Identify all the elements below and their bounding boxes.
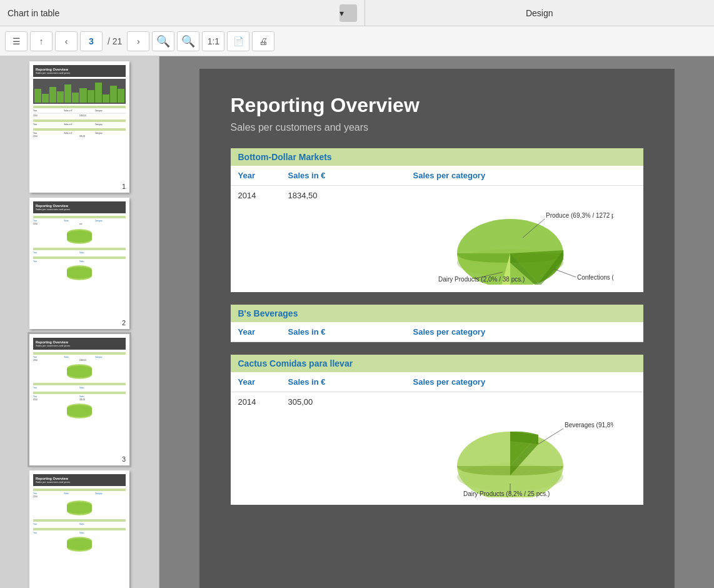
export-button[interactable]: 📄 — [227, 31, 249, 51]
left-panel-thumbnails: Reporting Overview Sales per customers a… — [0, 56, 159, 588]
col-sales-2: Sales in € — [288, 327, 413, 337]
chart-bottom-dollar-2014: Produce (69,3% / 1272 pcs.) Dairy Produc… — [413, 191, 636, 287]
col-headers-1: Year Sales in € Sales per category — [231, 166, 643, 186]
document-page: Reporting Overview Sales per customers a… — [199, 69, 675, 588]
nav-bar: ☰ ↑ ‹ / 21 › 🔍 🔍 1:1 📄 🖨 — [0, 26, 714, 56]
svg-line-6 — [554, 269, 576, 277]
thumbnail-3[interactable]: Reporting Overview Sales per customers a… — [29, 334, 129, 465]
up-icon: ↑ — [39, 36, 44, 46]
thumbnail-2[interactable]: Reporting Overview Sales per customers a… — [29, 198, 129, 329]
up-button[interactable]: ↑ — [30, 31, 53, 51]
section-bs-beverages: B's Beverages Year Sales in € Sales per … — [231, 305, 643, 342]
col-year-1: Year — [238, 171, 288, 180]
svg-text:Produce (69,3% / 1272 pcs.): Produce (69,3% / 1272 pcs.) — [546, 212, 613, 219]
total-pages: / 21 — [105, 36, 124, 46]
col-year-2: Year — [238, 327, 288, 337]
print-button[interactable]: 🖨 — [252, 31, 274, 51]
section-table-bottom-dollar: Year Sales in € Sales per category 2014 … — [231, 166, 643, 292]
section-header-bs-beverages: B's Beverages — [231, 305, 643, 322]
data-row-bottom-dollar-2014: 2014 1834,50 — [231, 186, 643, 292]
page-number-input[interactable] — [80, 31, 103, 51]
col-category-1: Sales per category — [413, 171, 636, 180]
zoom-out-icon: 🔍 — [181, 34, 195, 48]
zoom-in-icon: 🔍 — [156, 34, 170, 48]
main-area: Reporting Overview Sales per customers a… — [0, 56, 714, 588]
col-sales-3: Sales in € — [288, 377, 413, 387]
section-bottom-dollar: Bottom-Dollar Markets Year Sales in € Sa… — [231, 148, 643, 292]
document-view: Reporting Overview Sales per customers a… — [159, 56, 714, 588]
section-table-cactus: Year Sales in € Sales per category 2014 … — [231, 372, 643, 505]
col-year-3: Year — [238, 377, 288, 387]
thumb-number-3: 3 — [122, 455, 126, 463]
pie-chart-1: Produce (69,3% / 1272 pcs.) Dairy Produc… — [413, 191, 613, 285]
design-label: Design — [526, 8, 553, 18]
col-headers-3: Year Sales in € Sales per category — [231, 372, 643, 392]
zoom-in-button[interactable]: 🔍 — [152, 31, 174, 51]
chart-in-table-label: Chart in table — [8, 8, 339, 18]
col-headers-2: Year Sales in € Sales per category — [231, 322, 643, 342]
dropdown-icon: ▾ — [339, 8, 357, 18]
menu-button[interactable]: ☰ — [5, 31, 28, 51]
prev-icon: ‹ — [65, 36, 68, 46]
document-subtitle: Sales per customers and years — [231, 122, 643, 133]
thumbnail-1[interactable]: Reporting Overview Sales per customers a… — [29, 61, 129, 193]
col-sales-1: Sales in € — [288, 171, 413, 180]
thumb-number-2: 2 — [122, 319, 126, 327]
section-cactus: Cactus Comidas para llevar Year Sales in… — [231, 355, 643, 505]
svg-line-10 — [538, 428, 563, 444]
sales-cactus-2014: 305,00 — [288, 397, 413, 407]
next-icon: › — [137, 36, 140, 46]
data-row-cactus-2014: 2014 305,00 — [231, 392, 643, 505]
col-category-2: Sales per category — [413, 327, 636, 337]
col-category-3: Sales per category — [413, 377, 636, 387]
section-header-cactus: Cactus Comidas para llevar — [231, 355, 643, 372]
dropdown-button[interactable]: ▾ — [339, 4, 357, 22]
menu-icon: ☰ — [13, 36, 21, 46]
export-icon: 📄 — [233, 36, 244, 46]
top-toolbar: Chart in table ▾ Design — [0, 0, 714, 26]
year-bottom-dollar-2014: 2014 — [238, 191, 288, 200]
document-title: Reporting Overview — [231, 94, 643, 117]
sales-bottom-dollar-2014: 1834,50 — [288, 191, 413, 200]
svg-text:Dairy Products (2,0% / 38 pcs.: Dairy Products (2,0% / 38 pcs.) — [438, 276, 525, 283]
zoom-reset-button[interactable]: 1:1 — [202, 31, 224, 51]
prev-page-button[interactable]: ‹ — [55, 31, 78, 51]
svg-text:Dairy Products (8,2% / 25 pcs.: Dairy Products (8,2% / 25 pcs.) — [463, 490, 550, 497]
next-page-button[interactable]: › — [127, 31, 149, 51]
year-cactus-2014: 2014 — [238, 397, 288, 407]
pie-chart-2: Beverages (91,8% / 280 pcs.) Dairy Produ… — [413, 397, 613, 497]
toolbar-right: Design — [365, 0, 715, 26]
zoom-reset-label: 1:1 — [208, 36, 219, 46]
thumb-number-1: 1 — [122, 183, 126, 190]
section-table-bs-beverages: Year Sales in € Sales per category — [231, 322, 643, 342]
svg-text:Confections  (28,6% / 525 pcs.: Confections (28,6% / 525 pcs.) — [577, 274, 613, 281]
toolbar-left: Chart in table ▾ — [0, 0, 365, 26]
section-header-bottom-dollar: Bottom-Dollar Markets — [231, 148, 643, 166]
svg-text:Beverages (91,8% / 280 pcs.): Beverages (91,8% / 280 pcs.) — [565, 422, 613, 428]
print-icon: 🖨 — [259, 36, 268, 46]
thumbnail-4[interactable]: Reporting Overview Sales per customers a… — [29, 470, 129, 588]
chart-cactus-2014: Beverages (91,8% / 280 pcs.) Dairy Produ… — [413, 397, 636, 500]
zoom-out-button[interactable]: 🔍 — [177, 31, 199, 51]
